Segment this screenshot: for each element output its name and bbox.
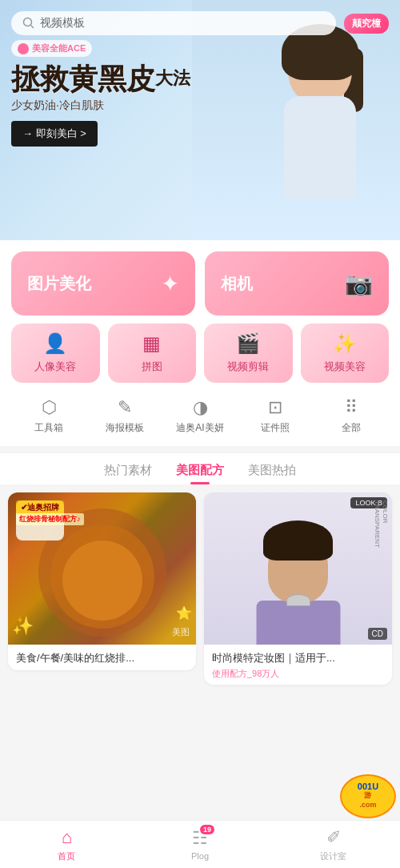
poster-icon: ✎ [118,397,132,418]
brand-dot [18,43,29,54]
brand-tag-text: 美容全能ACE [32,42,86,54]
icon-row: ⬡ 工具箱 ✎ 海报模板 ◑ 迪奥AI美妍 ⊡ 证件照 ⠿ 全部 [11,391,389,438]
camera-icon: 📷 [345,271,373,297]
tabs-nav: 热门素材 美图配方 美图热拍 [0,453,400,484]
id-photo-label: 证件照 [261,421,290,435]
bottom-nav: ⌂ 首页 ☷ 19 Plog ✐ 设计室 [0,820,400,868]
tabs-area: 热门素材 美图配方 美图热拍 [0,452,400,484]
food-watermark: 美图 [172,626,190,638]
search-icon [22,17,35,30]
plog-badge: 19 [200,825,214,834]
card-food[interactable]: ✨ ⭐ ✔迪奥招牌 红烧排骨秘制配方♪ 美图 美食/午餐/美味的红烧排... [8,492,196,670]
ai-beauty-icon: ◑ [193,397,208,418]
cd-badge: CD [368,628,387,640]
photo-beauty-label: 图片美化 [27,273,91,295]
portrait-label: 人像美容 [34,360,76,374]
watermark: 001U 游.com [340,774,396,818]
studio-icon: ✐ [326,827,341,848]
camera-button[interactable]: 相机 📷 [205,251,389,315]
poster-label: 海报模板 [106,421,144,435]
photo-beauty-button[interactable]: 图片美化 ✦ [11,251,195,315]
camera-label: 相机 [221,273,253,295]
girl-body [284,96,356,200]
banner-subtitle: 少女奶油·冷白肌肤 [11,98,190,113]
tab-beauty-photo[interactable]: 美图热拍 [248,463,296,484]
svg-line-1 [31,26,34,29]
home-label: 首页 [58,850,75,862]
collage-icon: ▦ [142,332,161,355]
plog-label: Plog [191,851,209,861]
banner-title: 拯救黄黑皮大法 [11,63,190,95]
search-input-wrap[interactable]: 视频模板 [11,11,336,35]
main-buttons-row1: 图片美化 ✦ 相机 📷 [11,251,389,315]
banner-title-suffix: 大法 [155,68,190,88]
card-food-title: 美食/午餐/美味的红烧排... [16,651,188,665]
card-portrait-bottom: 时尚模特定妆图｜适用于... 使用配方_98万人 [204,645,392,685]
food-recipe-text: 红烧排骨秘制配方♪ [16,513,84,525]
portrait-visual [204,492,392,645]
watermark-bottom: 游.com [359,791,376,810]
svg-point-0 [24,18,32,26]
search-bar: 视频模板 颠究橦 [11,11,389,35]
card-portrait-image: LOOK B COLORTRANSPARENT CD [204,492,392,645]
poster-item[interactable]: ✎ 海报模板 [86,397,162,435]
video-beauty-icon: ✨ [333,332,357,355]
video-beauty-label: 视频美容 [324,360,366,374]
collage-button[interactable]: ▦ 拼图 [108,323,197,383]
collage-label: 拼图 [142,360,162,374]
all-icon: ⠿ [345,397,358,418]
card-portrait[interactable]: LOOK B COLORTRANSPARENT CD 时尚模特定妆图｜适用于..… [204,492,392,685]
content-col-right: LOOK B COLORTRANSPARENT CD 时尚模特定妆图｜适用于..… [204,492,392,685]
ai-beauty-label: 迪奥AI美妍 [176,421,223,435]
video-edit-button[interactable]: 🎬 视频剪辑 [204,323,293,383]
magic-wand-icon: ✦ [161,271,179,297]
toolbox-item[interactable]: ⬡ 工具箱 [11,397,86,435]
card-portrait-sub: 使用配方_98万人 [212,668,384,680]
portrait-side-text: COLORTRANSPARENT [374,500,389,548]
toolbox-icon: ⬡ [42,397,57,418]
all-item[interactable]: ⠿ 全部 [314,397,389,435]
banner-cta-button[interactable]: → 即刻美白 > [11,121,98,147]
content-col-left: ✨ ⭐ ✔迪奥招牌 红烧排骨秘制配方♪ 美图 美食/午餐/美味的红烧排... [8,492,196,685]
id-photo-item[interactable]: ⊡ 证件照 [238,397,313,435]
banner: 视频模板 颠究橦 美容全能ACE 拯救黄黑皮大法 少女奶油·冷白肌肤 → 即刻美… [0,0,400,240]
search-placeholder: 视频模板 [40,16,85,30]
card-food-image: ✨ ⭐ ✔迪奥招牌 红烧排骨秘制配方♪ 美图 [8,492,196,645]
studio-label: 设计室 [320,850,346,862]
video-edit-label: 视频剪辑 [227,360,269,374]
portrait-icon: 👤 [43,332,67,355]
nav-home[interactable]: ⌂ 首页 [0,827,134,862]
banner-girl-bg [192,0,400,240]
plog-icon: ☷ 19 [192,828,208,849]
watermark-top: 001U [358,782,378,791]
home-icon: ⌂ [62,827,72,848]
card-food-bottom: 美食/午餐/美味的红烧排... [8,645,196,670]
main-buttons-row2: 👤 人像美容 ▦ 拼图 🎬 视频剪辑 ✨ 视频美容 [11,323,389,383]
ai-beauty-item[interactable]: ◑ 迪奥AI美妍 [162,397,238,435]
brand-tag: 美容全能ACE [11,40,92,57]
video-edit-icon: 🎬 [236,332,260,355]
id-photo-icon: ⊡ [268,397,282,418]
banner-title-text: 拯救黄黑皮 [11,62,155,95]
nav-studio[interactable]: ✐ 设计室 [266,827,400,862]
tab-hot-materials[interactable]: 热门素材 [104,463,152,484]
banner-text: 美容全能ACE 拯救黄黑皮大法 少女奶油·冷白肌肤 → 即刻美白 > [11,40,190,147]
vip-badge[interactable]: 颠究橦 [344,14,389,34]
tab-beauty-recipe[interactable]: 美图配方 [176,463,224,484]
toolbox-label: 工具箱 [34,421,63,435]
video-beauty-button[interactable]: ✨ 视频美容 [301,323,390,383]
nav-plog[interactable]: ☷ 19 Plog [134,828,267,861]
main-buttons-area: 图片美化 ✦ 相机 📷 👤 人像美容 ▦ 拼图 🎬 视频剪辑 ✨ 视频美容 ⬡ … [0,240,400,446]
card-portrait-title: 时尚模特定妆图｜适用于... [212,651,384,665]
portrait-button[interactable]: 👤 人像美容 [11,323,100,383]
content-grid: ✨ ⭐ ✔迪奥招牌 红烧排骨秘制配方♪ 美图 美食/午餐/美味的红烧排... [0,484,400,741]
watermark-overlay: 001U 游.com [336,772,400,820]
all-label: 全部 [342,421,361,435]
